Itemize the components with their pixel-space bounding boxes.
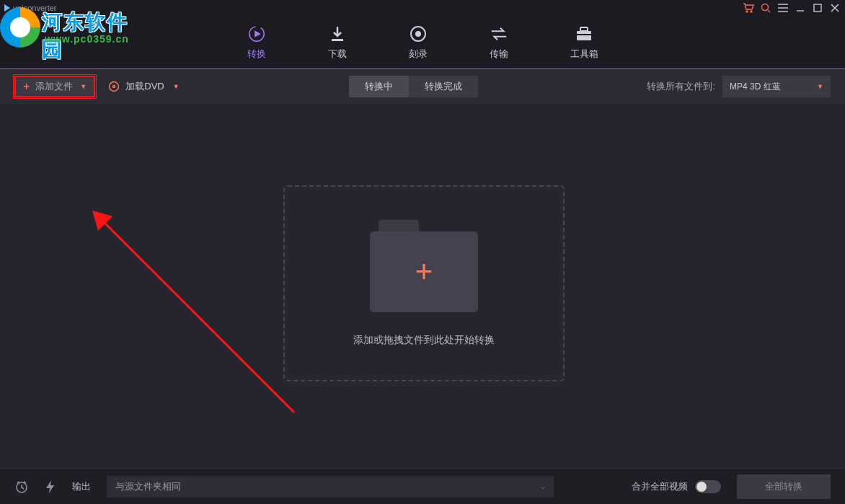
plus-icon: +	[415, 255, 433, 289]
tab-done[interactable]: 转换完成	[409, 76, 478, 97]
output-format-select[interactable]: MP4 3D 红蓝 ▼	[722, 76, 831, 97]
load-dvd-label: 加载DVD	[125, 80, 164, 93]
toolbox-icon	[575, 25, 593, 43]
clock-icon[interactable]	[14, 479, 29, 494]
annotation-arrow	[92, 211, 309, 427]
add-file-label: 添加文件	[35, 80, 73, 93]
svg-line-14	[101, 219, 294, 412]
nav-label: 刻录	[409, 48, 428, 61]
nav-convert[interactable]: 转换	[239, 20, 275, 65]
svg-rect-9	[577, 31, 591, 40]
title-bar: uniconverter	[0, 0, 845, 16]
chevron-down-icon: ▼	[817, 83, 823, 90]
nav-label: 传输	[490, 48, 508, 61]
nav-download[interactable]: 下载	[319, 20, 355, 65]
nav-toolbox[interactable]: 工具箱	[562, 20, 607, 65]
svg-marker-15	[92, 211, 112, 231]
convert-all-button[interactable]: 全部转换	[737, 474, 831, 499]
folder-icon: +	[370, 220, 478, 314]
merge-toggle[interactable]	[695, 480, 721, 493]
add-file-button[interactable]: + 添加文件 ▼	[14, 76, 95, 97]
nav-label: 工具箱	[570, 48, 598, 61]
svg-point-8	[416, 32, 420, 36]
chevron-down-icon: ▼	[173, 83, 180, 90]
close-button[interactable]	[829, 2, 841, 14]
minimize-button[interactable]	[795, 2, 806, 14]
output-label: 输出	[72, 480, 91, 493]
main-nav: 转换 下载 刻录 传输 工具箱	[0, 16, 845, 69]
maximize-button[interactable]	[812, 2, 823, 14]
app-logo-icon	[4, 4, 10, 12]
svg-rect-11	[577, 34, 591, 35]
workspace: + 添加或拖拽文件到此处开始转换	[0, 104, 845, 468]
svg-rect-3	[814, 4, 821, 12]
output-value: 与源文件夹相同	[115, 480, 181, 493]
disc-icon	[108, 81, 120, 92]
svg-marker-5	[255, 30, 260, 37]
svg-rect-10	[580, 27, 588, 31]
chevron-down-icon: ▼	[80, 83, 87, 90]
svg-rect-6	[332, 39, 343, 41]
convert-all-to-label: 转换所有文件到:	[647, 80, 715, 93]
footer-bar: 输出 与源文件夹相同 ⌵ 合并全部视频 全部转换	[0, 468, 845, 504]
convert-icon	[247, 25, 266, 43]
drop-hint: 添加或拖拽文件到此处开始转换	[353, 334, 495, 347]
load-dvd-button[interactable]: 加载DVD ▼	[108, 80, 179, 93]
status-tabs: 转换中 转换完成	[349, 76, 478, 97]
nav-label: 转换	[247, 48, 266, 61]
download-icon	[328, 25, 347, 43]
sub-toolbar: + 添加文件 ▼ 加载DVD ▼ 转换中 转换完成 转换所有文件到: MP4 3…	[0, 69, 845, 104]
speed-icon[interactable]	[45, 479, 56, 494]
plus-icon: +	[23, 80, 30, 93]
nav-burn[interactable]: 刻录	[400, 20, 436, 65]
menu-icon[interactable]	[777, 2, 789, 14]
search-icon[interactable]	[760, 2, 771, 14]
svg-point-1	[751, 11, 752, 12]
drop-zone[interactable]: + 添加或拖拽文件到此处开始转换	[283, 185, 565, 381]
format-value: MP4 3D 红蓝	[730, 81, 781, 93]
nav-label: 下载	[328, 48, 347, 61]
merge-videos-group: 合并全部视频	[632, 480, 721, 493]
tab-converting[interactable]: 转换中	[349, 76, 409, 97]
svg-point-0	[746, 11, 748, 12]
svg-point-2	[762, 4, 769, 11]
svg-point-12	[110, 82, 119, 92]
burn-icon	[409, 25, 428, 43]
transfer-icon	[490, 25, 508, 43]
chevron-down-icon: ⌵	[541, 482, 545, 490]
output-folder-select[interactable]: 与源文件夹相同 ⌵	[107, 476, 554, 498]
cart-icon[interactable]	[743, 2, 754, 14]
convert-all-to-group: 转换所有文件到: MP4 3D 红蓝 ▼	[647, 76, 831, 97]
nav-transfer[interactable]: 传输	[481, 20, 517, 65]
app-title: uniconverter	[13, 4, 57, 12]
svg-point-13	[113, 86, 115, 88]
merge-label: 合并全部视频	[632, 480, 688, 493]
